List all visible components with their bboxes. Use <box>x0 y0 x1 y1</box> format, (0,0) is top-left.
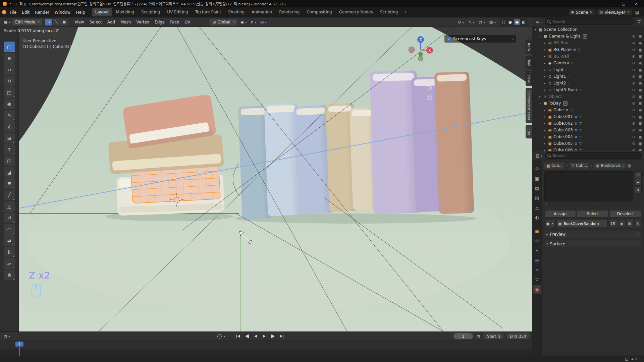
workspace-tab-animation[interactable]: Animation <box>248 8 275 16</box>
tool-move[interactable]: ↔ <box>4 64 15 75</box>
sidebar-tab-screencast-keys[interactable]: Screencast Keys <box>526 88 532 123</box>
tool-loop-cut[interactable]: ≣ <box>4 178 15 189</box>
expand-arrow-icon[interactable]: ▸ <box>543 88 546 92</box>
expand-arrow-icon[interactable]: ▸ <box>546 202 547 205</box>
auto-keying-toggle[interactable] <box>217 334 225 339</box>
snap-magnet-icon[interactable]: ∩ <box>250 19 257 25</box>
breadcrumb-item[interactable]: ◉BookCove... <box>594 163 626 169</box>
expand-arrow-icon[interactable]: ▸ <box>543 42 546 45</box>
expand-arrow-icon[interactable]: ▾ <box>534 28 537 31</box>
tool-extrude-region[interactable]: ↥ <box>4 144 15 155</box>
outliner-row-light2[interactable]: ▸⊙Light2◦⊙▣ <box>532 80 644 86</box>
outliner-row-light1[interactable]: ▸⊙Light1◦⊙▣ <box>532 73 644 80</box>
standing-book-8[interactable] <box>434 71 474 214</box>
blender-menu-icon[interactable] <box>2 10 6 14</box>
eye-off-icon[interactable]: ⊘ <box>632 41 635 45</box>
expand-arrow-icon[interactable]: ▸ <box>543 122 546 125</box>
outliner-row-cube-004[interactable]: ▸▣Cube.004⚙▽⊙▣ <box>532 133 644 140</box>
properties-tab-world[interactable]: ◐ <box>533 213 541 222</box>
eye-icon[interactable]: ⊙ <box>632 48 635 52</box>
tool-cursor[interactable]: ⊕ <box>4 53 15 64</box>
material-name-field[interactable]: ◉ BookCoverRandom <box>556 220 607 227</box>
properties-tab-particles[interactable]: ∗ <box>533 246 541 255</box>
tool-shrink-fatten[interactable]: ⇅ <box>4 247 15 257</box>
screencast-keys-panel[interactable]: ✓ Screencast Keys ∷ <box>444 35 516 43</box>
keying-set-dropdown[interactable] <box>222 334 225 339</box>
outliner-row-cube[interactable]: ▸▣Cube⚙▽⊙▣ <box>532 107 644 113</box>
filter-icon[interactable]: ▽ <box>637 19 642 25</box>
outliner-row-object[interactable]: ▸⊕Object⊙▣ <box>532 93 644 100</box>
eye-icon[interactable]: ⊙ <box>632 108 635 112</box>
breadcrumb-item[interactable]: ▣Cub... <box>544 163 565 169</box>
rendered-shading-icon[interactable]: ◐ <box>521 19 527 25</box>
workspace-tab-compositing[interactable]: Compositing <box>303 8 335 16</box>
collection-checkbox[interactable]: ✓ <box>583 34 587 39</box>
outliner-row-light[interactable]: ▸⊙Light◦⊙▣ <box>532 66 644 73</box>
eye-icon[interactable]: ⊙ <box>632 115 635 119</box>
viewport-menu-vertex[interactable]: Vertex <box>133 19 152 25</box>
camera-view-icon[interactable] <box>426 84 433 91</box>
tool-bevel[interactable]: ◢ <box>4 167 15 178</box>
camera-render-icon[interactable]: ▣ <box>639 95 642 99</box>
fake-user-button[interactable]: ◈ <box>618 220 625 227</box>
camera-render-icon[interactable]: ▣ <box>639 88 642 92</box>
show-gizmos-icon[interactable]: ↖ <box>467 19 475 25</box>
assign-button[interactable]: Assign <box>544 210 576 218</box>
transform-orientation-dropdown[interactable]: ⊞ Global <box>210 19 237 25</box>
pan-hand-icon[interactable] <box>426 75 433 82</box>
viewport-menu-face[interactable]: Face <box>167 19 182 25</box>
properties-search[interactable] <box>545 152 642 159</box>
viewlayer-selector[interactable]: ▥ ViewLayer ✕ <box>597 9 632 16</box>
next-keyframe-button[interactable] <box>270 333 276 339</box>
workspace-tab-sculpting[interactable]: Sculpting <box>138 8 163 16</box>
workspace-tab-rendering[interactable]: Rendering <box>276 8 303 16</box>
show-overlays-icon[interactable]: ◔ <box>478 19 486 25</box>
deselect-button[interactable]: Deselect <box>610 210 641 218</box>
outliner-search-input[interactable] <box>552 19 634 25</box>
tool-select-box[interactable]: ▢ <box>4 42 15 52</box>
clock-icon[interactable]: ◔ <box>476 333 481 339</box>
expand-arrow-icon[interactable]: ▸ <box>543 115 546 118</box>
camera-render-icon[interactable]: ▣ <box>639 41 642 45</box>
menu-file[interactable]: File <box>7 9 19 16</box>
wireframe-shading-icon[interactable]: ○ <box>500 19 506 25</box>
camera-render-icon[interactable]: ▣ <box>639 68 642 72</box>
menu-edit[interactable]: Edit <box>19 9 32 16</box>
viewport-canvas[interactable]: ▢⊕↔↻◰◉✎∡⊞↥◫◢≣╱△↺◠⇄⇅▱⋔ Scale: 0.9157 alon… <box>0 27 532 331</box>
current-frame-field[interactable]: 1 <box>453 333 473 339</box>
outliner-row-light3-back[interactable]: ▸⊙Light3_Back◦⊙▣ <box>532 86 644 93</box>
camera-render-icon[interactable]: ▣ <box>639 128 642 132</box>
properties-tab-material[interactable]: ◉ <box>533 285 541 294</box>
workspace-tab-texture-paint[interactable]: Texture Paint <box>192 8 224 16</box>
screencast-checkbox[interactable]: ✓ <box>447 37 451 41</box>
viewport-menu-view[interactable]: View <box>72 19 87 25</box>
workspace-tab-layout[interactable]: Layout <box>92 8 112 16</box>
expand-arrow-icon[interactable]: ▸ <box>543 82 546 85</box>
tool-scale[interactable]: ◰ <box>4 87 15 98</box>
camera-render-icon[interactable]: ▣ <box>639 135 642 139</box>
gizmo-x-label[interactable]: X <box>429 49 431 52</box>
tool-smooth[interactable]: ◠ <box>4 224 15 235</box>
camera-render-icon[interactable]: ▣ <box>639 81 642 85</box>
timeline-ruler[interactable] <box>0 341 532 349</box>
tool-poly-build[interactable]: △ <box>4 201 15 212</box>
expand-arrow-icon[interactable]: ▾ <box>538 35 542 38</box>
viewport-menu-edge[interactable]: Edge <box>152 19 167 25</box>
sidebar-tab-item[interactable]: Item <box>526 40 532 54</box>
eye-icon[interactable]: ⊙ <box>632 68 635 72</box>
expand-arrow-icon[interactable]: ▸ <box>543 55 546 58</box>
eye-icon[interactable]: ⊙ <box>632 135 635 139</box>
tool-measure[interactable]: ∡ <box>4 121 15 132</box>
maximize-button[interactable]: ▢ <box>619 2 629 6</box>
play-button[interactable] <box>261 333 268 339</box>
camera-render-icon[interactable]: ▣ <box>639 108 642 112</box>
outliner-row-scene-collection[interactable]: ▾▦Scene Collection <box>532 26 644 33</box>
outliner-row-camera-light[interactable]: ▾▦Camera & Light✓⊙▣ <box>532 33 644 40</box>
menu-help[interactable]: Help <box>73 9 88 16</box>
tool-annotate[interactable]: ✎ <box>4 110 15 121</box>
panel-surface[interactable]: ▾ Surface <box>544 240 641 247</box>
camera-render-icon[interactable]: ▣ <box>639 148 642 151</box>
expand-arrow-icon[interactable]: ▸ <box>543 62 546 65</box>
outliner-row-bg-wall[interactable]: ▸▣BG.Wall⊘▣ <box>532 53 644 60</box>
3d-scene[interactable] <box>0 27 532 331</box>
